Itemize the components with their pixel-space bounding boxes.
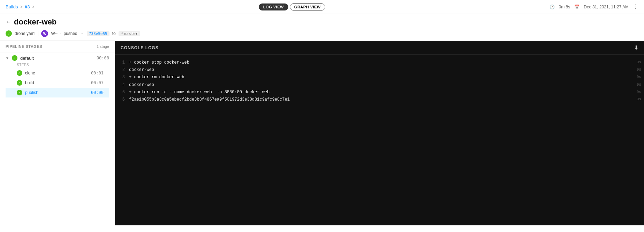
- console-title: CONSOLE LOGS: [121, 45, 159, 50]
- step-build[interactable]: ✓ build 00:07: [6, 78, 109, 88]
- console-panel: CONSOLE LOGS ⬇ 1+ docker stop docker-web…: [115, 41, 644, 225]
- chevron-down-icon: ▼: [6, 56, 9, 60]
- log-line-text: f2ae1b055b3a3c0a5ebecf2bde3b8f4867ea9f50…: [129, 96, 627, 103]
- pipeline-stages-title: PIPELINE STAGES: [6, 44, 42, 49]
- step-publish[interactable]: ✓ publish 00:00: [6, 88, 109, 97]
- build-number-link[interactable]: #3: [25, 4, 30, 9]
- avatar: W: [41, 30, 48, 37]
- clock-icon: 🕐: [550, 5, 555, 9]
- sidebar-header: PIPELINE STAGES 1 stage: [0, 41, 115, 52]
- step-clone[interactable]: ✓ clone 00:01: [6, 68, 109, 78]
- to-label: to: [112, 31, 116, 36]
- log-line: 4docker-web0s: [118, 81, 641, 89]
- duration-display: 0m 8s: [559, 5, 570, 9]
- step-build-time: 00:07: [91, 80, 104, 85]
- step-build-name: build: [25, 80, 88, 85]
- log-line-number: 2: [118, 67, 125, 73]
- header-right: 🕐 0m 8s 📅 Dec 31, 2021, 11:27 AM ⋮: [550, 3, 638, 10]
- divider: [38, 31, 38, 36]
- page-title: docker-web: [14, 17, 56, 27]
- log-line-time: 0s: [631, 67, 641, 73]
- step-publish-time: 00:00: [91, 90, 104, 95]
- success-check-icon: ✓: [6, 30, 12, 37]
- datetime-display: Dec 31, 2021, 11:27 AM: [584, 5, 629, 9]
- breadcrumb-sep1: >: [20, 4, 23, 9]
- username-display: W·····: [51, 31, 61, 36]
- stage-success-icon: ✓: [12, 55, 17, 61]
- log-line-text: docker-web: [129, 82, 627, 88]
- step-clone-time: 00:01: [91, 71, 104, 75]
- log-line-time: 0s: [631, 59, 641, 66]
- step-clone-name: clone: [25, 71, 88, 75]
- breadcrumb-sep2: >: [32, 4, 35, 9]
- log-line-number: 1: [118, 59, 125, 66]
- top-header: Builds > #3 > LOG VIEW GRAPH VIEW 🕐 0m 8…: [0, 0, 644, 14]
- log-line: 3+ docker rm docker-web0s: [118, 74, 641, 81]
- download-logs-button[interactable]: ⬇: [634, 44, 638, 51]
- page-title-bar: ← docker-web: [0, 14, 644, 29]
- config-file-label: drone yaml: [15, 31, 35, 36]
- log-line-text: + docker rm docker-web: [129, 74, 627, 81]
- log-line: 5+ docker run -d --name docker-web -p 88…: [118, 89, 641, 96]
- log-line-text: docker-web: [129, 67, 627, 73]
- step-build-success-icon: ✓: [17, 80, 22, 86]
- log-line-time: 0s: [631, 82, 641, 88]
- back-button[interactable]: ←: [6, 19, 11, 25]
- branch-icon: ⑂: [121, 31, 123, 36]
- more-options-button[interactable]: ⋮: [633, 3, 638, 10]
- branch-name: master: [124, 31, 138, 36]
- branch-badge: ⑂ master: [119, 31, 140, 36]
- log-view-button[interactable]: LOG VIEW: [259, 3, 288, 10]
- log-line-number: 4: [118, 82, 125, 88]
- console-header: CONSOLE LOGS ⬇: [115, 41, 644, 55]
- steps-label: STEPS: [6, 61, 109, 68]
- log-line-time: 0s: [631, 96, 641, 103]
- calendar-icon: 📅: [574, 5, 579, 9]
- log-line: 2docker-web0s: [118, 66, 641, 74]
- log-line-time: 0s: [631, 89, 641, 96]
- step-clone-success-icon: ✓: [17, 70, 22, 76]
- commit-hash[interactable]: 738e5e55: [87, 31, 109, 36]
- log-line-number: 6: [118, 96, 125, 103]
- stage-time: 00:08: [97, 56, 109, 60]
- builds-link[interactable]: Builds: [6, 4, 18, 9]
- log-line: 6f2ae1b055b3a3c0a5ebecf2bde3b8f4867ea9f5…: [118, 96, 641, 103]
- log-line-number: 5: [118, 89, 125, 96]
- log-line-text: + docker run -d --name docker-web -p 888…: [129, 89, 627, 96]
- stage-row-default[interactable]: ▼ ✓ default 00:08: [6, 55, 109, 61]
- log-line-number: 3: [118, 74, 125, 81]
- stage-count: 1 stage: [97, 44, 109, 49]
- step-publish-name: publish: [25, 90, 88, 95]
- log-line: 1+ docker stop docker-web0s: [118, 59, 641, 66]
- log-line-time: 0s: [631, 74, 641, 81]
- pushed-label: pushed: [63, 31, 77, 36]
- log-line-text: + docker stop docker-web: [129, 59, 627, 66]
- stage-name: default: [20, 56, 94, 61]
- view-toggle: LOG VIEW GRAPH VIEW: [35, 3, 549, 10]
- main-layout: PIPELINE STAGES 1 stage ▼ ✓ default 00:0…: [0, 41, 644, 225]
- breadcrumb: Builds > #3 >: [6, 4, 35, 9]
- graph-view-button[interactable]: GRAPH VIEW: [290, 3, 325, 10]
- arrow-icon: →: [80, 31, 84, 36]
- build-info-bar: ✓ drone yaml W W····· pushed → 738e5e55 …: [0, 29, 644, 41]
- console-body: 1+ docker stop docker-web0s2docker-web0s…: [115, 55, 644, 225]
- sidebar: PIPELINE STAGES 1 stage ▼ ✓ default 00:0…: [0, 41, 115, 225]
- step-publish-success-icon: ✓: [17, 90, 22, 95]
- stage-default: ▼ ✓ default 00:08 STEPS ✓ clone 00:01 ✓ …: [0, 52, 115, 100]
